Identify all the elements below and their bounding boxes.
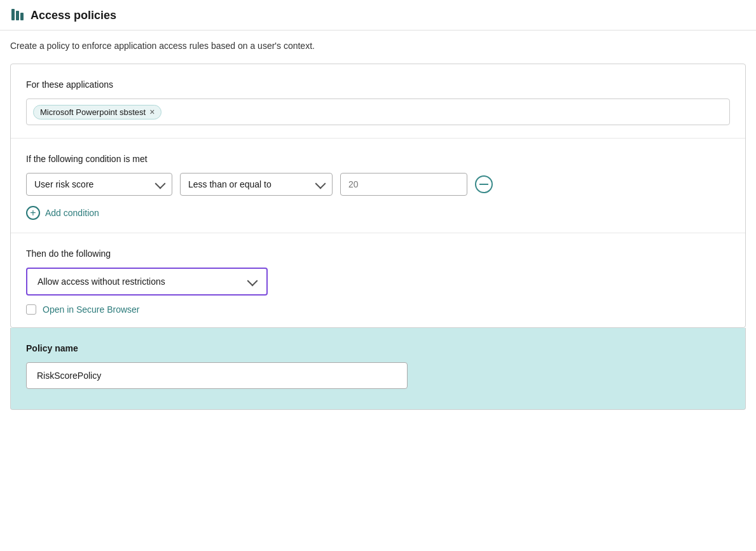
condition-type-value: User risk score bbox=[34, 179, 93, 189]
page-header: Access policies bbox=[0, 0, 756, 31]
page-description: Create a policy to enforce application a… bbox=[0, 31, 756, 64]
action-dropdown[interactable]: Allow access without restrictions bbox=[26, 268, 268, 296]
applications-label: For these applications bbox=[26, 79, 730, 90]
action-label: Then do the following bbox=[26, 248, 730, 259]
applications-section: For these applications Microsoft Powerpo… bbox=[11, 64, 745, 139]
action-chevron-icon bbox=[247, 275, 258, 286]
condition-section: If the following condition is met User r… bbox=[11, 139, 745, 233]
svg-rect-0 bbox=[11, 9, 15, 20]
app-tag-name: Microsoft Powerpoint sbstest bbox=[40, 107, 146, 117]
action-section: Then do the following Allow access witho… bbox=[11, 233, 745, 327]
secure-browser-row: Open in Secure Browser bbox=[26, 304, 730, 315]
page-title: Access policies bbox=[31, 9, 116, 22]
policy-name-input[interactable] bbox=[26, 362, 408, 389]
operator-chevron-icon bbox=[315, 178, 326, 189]
policy-name-label: Policy name bbox=[26, 343, 730, 353]
policy-card: For these applications Microsoft Powerpo… bbox=[10, 64, 746, 328]
threshold-input[interactable] bbox=[340, 173, 467, 196]
secure-browser-label[interactable]: Open in Secure Browser bbox=[43, 304, 140, 315]
remove-condition-button[interactable] bbox=[475, 175, 493, 193]
app-tag-remove-button[interactable]: × bbox=[149, 107, 155, 116]
condition-type-dropdown[interactable]: User risk score bbox=[26, 173, 172, 196]
condition-label: If the following condition is met bbox=[26, 154, 730, 164]
condition-row: User risk score Less than or equal to bbox=[26, 173, 730, 196]
add-condition-label: Add condition bbox=[45, 208, 99, 218]
svg-rect-1 bbox=[16, 11, 19, 20]
svg-rect-2 bbox=[20, 13, 24, 20]
app-tags-container[interactable]: Microsoft Powerpoint sbstest × bbox=[26, 99, 730, 125]
policy-name-section: Policy name bbox=[10, 328, 746, 410]
action-value: Allow access without restrictions bbox=[38, 276, 165, 287]
condition-type-chevron-icon bbox=[155, 178, 166, 189]
operator-value: Less than or equal to bbox=[188, 179, 271, 189]
add-condition-icon: + bbox=[26, 206, 40, 220]
operator-dropdown[interactable]: Less than or equal to bbox=[180, 173, 333, 196]
minus-icon bbox=[479, 184, 488, 185]
access-policies-icon bbox=[10, 8, 24, 24]
app-tag: Microsoft Powerpoint sbstest × bbox=[33, 105, 162, 119]
secure-browser-checkbox[interactable] bbox=[26, 304, 36, 315]
add-condition-button[interactable]: + Add condition bbox=[26, 206, 99, 220]
